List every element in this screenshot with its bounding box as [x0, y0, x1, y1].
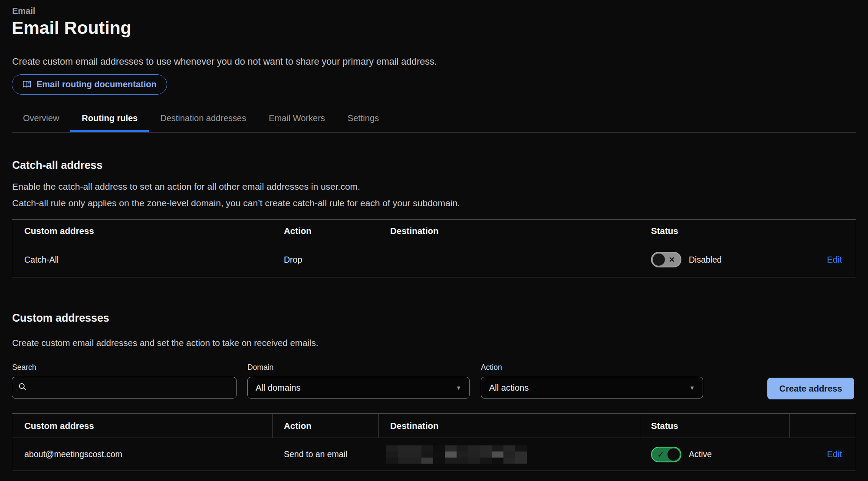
catch-all-description-line2: Catch-all rule only applies on the zone-…	[12, 198, 460, 208]
action-label: Action	[481, 363, 502, 372]
tab-routing-rules[interactable]: Routing rules	[70, 109, 149, 132]
column-header-custom-address: Custom address	[12, 220, 273, 242]
email-routing-documentation-button[interactable]: Email routing documentation	[12, 74, 167, 95]
catch-all-action-cell: Drop	[273, 255, 379, 265]
custom-address-edit-cell: Edit	[790, 449, 856, 459]
catch-all-table: Custom address Action Destination Status…	[12, 219, 856, 277]
custom-address-edit-link[interactable]: Edit	[827, 449, 842, 459]
column-header-custom-address: Custom address	[12, 414, 273, 438]
custom-address-status-cell: ✓ Active	[640, 447, 790, 462]
tab-bar: Overview Routing rules Destination addre…	[12, 109, 390, 132]
catch-all-status-cell: ✕ Disabled	[640, 252, 790, 267]
domain-select[interactable]: All domains ▼	[247, 377, 470, 399]
catch-all-edit-link[interactable]: Edit	[827, 255, 842, 264]
tab-bar-divider	[12, 132, 856, 133]
domain-label: Domain	[247, 363, 273, 372]
custom-address-action-cell: Send to an email	[273, 449, 379, 459]
column-header-action: Action	[273, 220, 379, 242]
custom-address-cell: about@meetingscost.com	[12, 449, 273, 459]
breadcrumb: Email	[12, 6, 35, 16]
redacted-destination	[386, 445, 527, 464]
column-header-destination: Destination	[379, 220, 640, 242]
custom-addresses-description: Create custom email addresses and set th…	[12, 338, 318, 348]
chevron-down-icon: ▼	[689, 385, 695, 391]
column-header-status: Status	[640, 220, 790, 242]
tab-settings[interactable]: Settings	[336, 109, 390, 132]
tab-email-workers[interactable]: Email Workers	[257, 109, 336, 132]
page-description: Create custom email addresses to use whe…	[12, 56, 437, 68]
toggle-knob	[667, 448, 680, 461]
toggle-check-icon: ✓	[658, 451, 664, 458]
custom-addresses-table: Custom address Action Destination Status…	[12, 413, 856, 471]
action-select[interactable]: All actions ▼	[481, 377, 703, 399]
book-icon	[22, 80, 32, 89]
custom-addresses-heading: Custom addresses	[12, 312, 109, 324]
custom-address-status-toggle[interactable]: ✓	[651, 447, 681, 462]
column-header-action: Action	[273, 414, 379, 438]
catch-all-edit-cell: Edit	[790, 255, 856, 265]
action-select-value: All actions	[489, 383, 529, 393]
custom-addresses-table-header: Custom address Action Destination Status	[12, 414, 856, 438]
column-header-edit	[790, 414, 856, 438]
toggle-x-icon: ✕	[669, 256, 675, 264]
search-field[interactable]	[12, 377, 237, 399]
chevron-down-icon: ▼	[456, 385, 461, 391]
catch-all-status-toggle[interactable]: ✕	[651, 252, 681, 267]
page-title: Email Routing	[12, 17, 132, 38]
column-header-destination: Destination	[379, 414, 640, 438]
catch-all-heading: Catch-all address	[12, 159, 102, 171]
catch-all-row: Catch-All Drop ✕ Disabled Edit	[12, 242, 856, 277]
domain-select-value: All domains	[256, 383, 300, 393]
catch-all-table-header: Custom address Action Destination Status	[12, 220, 856, 242]
catch-all-description-line1: Enable the catch-all address to set an a…	[12, 181, 360, 192]
column-header-edit	[790, 220, 856, 242]
search-input[interactable]	[31, 377, 236, 398]
toggle-knob	[653, 254, 665, 266]
search-icon	[18, 382, 27, 393]
catch-all-name-cell: Catch-All	[12, 255, 273, 265]
search-label: Search	[12, 363, 36, 372]
custom-address-status-label: Active	[689, 449, 712, 459]
create-address-button[interactable]: Create address	[767, 378, 854, 399]
column-header-status: Status	[640, 414, 790, 438]
custom-address-destination-cell	[379, 445, 640, 464]
tab-destination-addresses[interactable]: Destination addresses	[149, 109, 257, 132]
custom-address-row: about@meetingscost.com Send to an email …	[12, 438, 856, 471]
catch-all-status-label: Disabled	[689, 255, 722, 265]
tab-overview[interactable]: Overview	[12, 109, 70, 132]
doc-button-label: Email routing documentation	[36, 79, 157, 89]
